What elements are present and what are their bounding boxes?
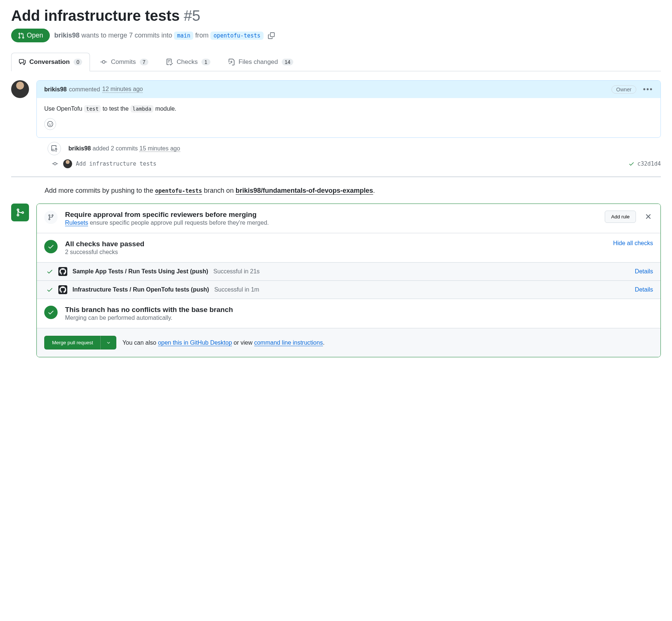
merge-box: Require approval from specific reviewers… <box>36 204 661 357</box>
commit-row: Add infrastructure tests c32d1d4 <box>11 157 661 173</box>
details-link[interactable]: Details <box>635 268 653 275</box>
avatar[interactable] <box>11 80 29 98</box>
add-rule-button[interactable]: Add rule <box>605 211 636 223</box>
status-badge-label: Open <box>27 32 43 39</box>
chevron-down-icon <box>106 341 111 345</box>
merge-pull-request-button[interactable]: Merge pull request <box>44 336 101 349</box>
tab-checks[interactable]: Checks 1 <box>159 53 217 71</box>
divider <box>11 176 661 177</box>
comment-body: Use OpenTofu test to test the lambda mod… <box>37 98 660 137</box>
head-branch[interactable]: opentofu-tests <box>210 32 263 40</box>
copy-branch-icon[interactable] <box>268 32 275 39</box>
comment-discussion-icon <box>19 59 26 65</box>
event-timestamp[interactable]: 15 minutes ago <box>139 145 180 152</box>
git-branch-icon <box>44 211 58 224</box>
add-reaction-button[interactable] <box>44 118 56 130</box>
repo-push-icon <box>48 142 61 155</box>
check-icon <box>46 268 53 275</box>
repo-link[interactable]: brikis98/fundamentals-of-devops-examples <box>236 187 373 195</box>
avatar[interactable] <box>63 159 72 168</box>
comment-author[interactable]: brikis98 <box>44 86 67 93</box>
file-diff-icon <box>228 59 235 65</box>
comment-menu-icon[interactable]: ••• <box>643 85 653 94</box>
git-merge-icon <box>11 204 29 221</box>
comment-timestamp[interactable]: 12 minutes ago <box>102 86 143 93</box>
approval-section: Require approval from specific reviewers… <box>37 204 660 233</box>
git-commit-icon <box>100 59 107 65</box>
check-icon[interactable] <box>629 161 634 167</box>
github-icon <box>58 285 67 294</box>
comment-box: brikis98 commented 12 minutes ago Owner … <box>36 80 661 138</box>
github-icon <box>58 267 67 276</box>
github-desktop-link[interactable]: open this in GitHub Desktop <box>158 339 232 346</box>
commit-message[interactable]: Add infrastructure tests <box>76 160 156 167</box>
git-pull-request-icon <box>18 32 25 39</box>
check-circle-icon <box>44 306 58 319</box>
status-badge-open: Open <box>11 29 50 42</box>
check-item: Sample App Tests / Run Tests Using Jest … <box>37 263 660 281</box>
details-link[interactable]: Details <box>635 286 653 293</box>
pr-number: #5 <box>184 7 201 24</box>
push-hint: Add more commits by pushing to the opent… <box>11 185 661 204</box>
branch-link[interactable]: opentofu-tests <box>155 188 202 195</box>
pr-tabs: Conversation 0 Commits 7 Checks 1 Files … <box>11 53 661 71</box>
pr-title: Add infrastructure tests #5 <box>11 7 661 24</box>
close-icon[interactable]: ✕ <box>643 211 653 223</box>
no-conflicts-section: This branch has no conflicts with the ba… <box>37 299 660 328</box>
checks-passed-section: All checks have passed 2 successful chec… <box>37 233 660 263</box>
check-icon <box>46 286 53 293</box>
tab-conversation[interactable]: Conversation 0 <box>11 53 90 71</box>
smiley-icon <box>47 121 53 127</box>
check-item: Infrastructure Tests / Run OpenTofu test… <box>37 281 660 299</box>
event-author[interactable]: brikis98 <box>68 145 91 152</box>
base-branch[interactable]: main <box>174 32 193 40</box>
check-circle-icon <box>44 240 58 253</box>
rulesets-link[interactable]: Rulesets <box>65 220 88 226</box>
pr-title-text: Add infrastructure tests <box>11 7 180 24</box>
checklist-icon <box>166 59 173 65</box>
pr-author[interactable]: brikis98 <box>54 32 80 39</box>
tab-files-changed[interactable]: Files changed 14 <box>221 53 301 71</box>
pr-status-line: Open brikis98 wants to merge 7 commits i… <box>11 29 661 42</box>
commit-sha[interactable]: c32d1d4 <box>637 160 661 167</box>
hide-all-checks-link[interactable]: Hide all checks <box>613 240 653 247</box>
cli-instructions-link[interactable]: command line instructions <box>254 339 323 346</box>
tab-commits[interactable]: Commits 7 <box>93 53 156 71</box>
timeline-event: brikis98 added 2 commits 15 minutes ago <box>11 138 661 157</box>
merge-dropdown-button[interactable] <box>101 336 116 349</box>
merge-footer: Merge pull request You can also open thi… <box>37 328 660 357</box>
owner-badge: Owner <box>611 85 636 94</box>
git-commit-icon <box>52 161 58 167</box>
